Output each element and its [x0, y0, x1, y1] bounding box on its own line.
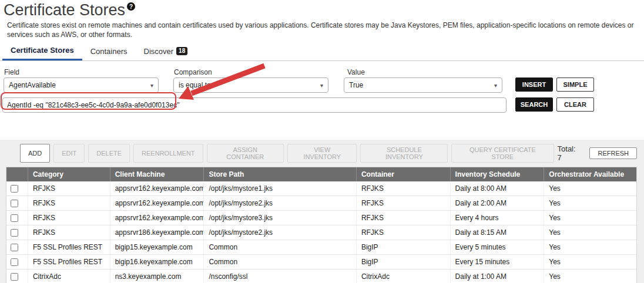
cell-category: RFJKS: [28, 181, 110, 196]
table-header-row: CategoryClient MachineStore PathContaine…: [6, 167, 636, 181]
cell-store-path: /opt/jks/mystore2.jks: [203, 225, 356, 240]
table-row[interactable]: F5 SSL Profiles RESTbigip15.keyexample.c…: [6, 240, 636, 255]
query-input[interactable]: [2, 97, 507, 113]
value-select[interactable]: True ▾: [344, 78, 502, 93]
row-checkbox[interactable]: [11, 258, 18, 266]
cell-client-machine: bigip15.keyexample.com: [110, 240, 204, 254]
tab-certificate-stores[interactable]: Certificate Stores: [2, 43, 82, 60]
toolbar-buttons: ADDEDITDELETEREENROLLMENTASSIGN CONTAINE…: [20, 144, 554, 163]
edit-button: EDIT: [53, 144, 85, 163]
column-header-container[interactable]: Container: [356, 167, 450, 181]
comparison-select[interactable]: is equal to ▾: [173, 78, 328, 93]
row-checkbox-cell: [6, 181, 28, 196]
row-checkbox-cell: [6, 225, 28, 240]
certificate-stores-table: CategoryClient MachineStore PathContaine…: [6, 167, 637, 283]
tab-label: Containers: [90, 47, 128, 56]
cell-store-path: Common: [203, 240, 356, 254]
table-body: RFJKSappsrvr162.keyexample.com/opt/jks/m…: [6, 181, 636, 283]
clear-button[interactable]: CLEAR: [556, 97, 594, 112]
total-count: Total: 7: [558, 144, 586, 162]
cell-orchestrator-available: Yes: [544, 269, 636, 283]
comparison-select-value: is equal to: [179, 81, 211, 89]
column-header-orchestrator-available[interactable]: Orchestrator Available: [544, 167, 636, 181]
cell-inventory-schedule: Daily at 8:15 AM: [450, 225, 544, 240]
cell-category: F5 SSL Profiles REST: [28, 255, 110, 269]
refresh-button[interactable]: REFRESH: [589, 147, 637, 159]
cell-orchestrator-available: Yes: [544, 211, 636, 225]
value-label: Value: [347, 68, 365, 76]
row-checkbox-cell: [6, 211, 28, 225]
row-checkbox[interactable]: [11, 185, 18, 193]
cell-inventory-schedule: Daily at 1:00 AM: [450, 269, 544, 283]
value-select-value: True: [349, 81, 363, 89]
add-button[interactable]: ADD: [20, 144, 50, 163]
cell-client-machine: appsrvr162.keyexample.com: [110, 211, 204, 225]
cell-client-machine: appsrvr186.keyexample.com: [110, 225, 204, 240]
cell-inventory-schedule: Every 4 hours: [450, 211, 544, 225]
row-checkbox-cell: [6, 240, 28, 254]
row-checkbox[interactable]: [11, 200, 18, 207]
cell-store-path: /opt/jks/mystore2.jks: [203, 196, 356, 210]
chevron-down-icon: ▾: [150, 82, 153, 89]
cell-container: BigIP: [356, 240, 450, 254]
delete-button: DELETE: [88, 144, 130, 163]
row-checkbox[interactable]: [11, 244, 18, 251]
tab-bar: Certificate StoresContainersDiscover18: [0, 43, 644, 61]
insert-button[interactable]: INSERT: [515, 78, 553, 92]
query-certificate-store-button: QUERY CERTIFICATE STORE: [451, 144, 554, 163]
reenrollment-button: REENROLLMENT: [133, 144, 203, 163]
page-description: Certificate stores exist on remote machi…: [7, 21, 637, 39]
column-header-inventory-schedule[interactable]: Inventory Schedule: [450, 167, 544, 181]
tab-label: Discover: [144, 47, 174, 56]
column-header-client-machine[interactable]: Client Machine: [110, 167, 204, 181]
grid-panel: ADDEDITDELETEREENROLLMENTASSIGN CONTAINE…: [0, 140, 644, 283]
filter-form: Field Comparison Value AgentAvailable ▾ …: [0, 61, 644, 127]
table-row[interactable]: RFJKSappsrvr162.keyexample.com/opt/jks/m…: [6, 181, 636, 196]
simple-button[interactable]: SIMPLE: [556, 78, 594, 92]
view-inventory-button: VIEW INVENTORY: [287, 144, 357, 163]
comparison-label: Comparison: [174, 68, 212, 76]
cell-category: CitrixAdc: [28, 269, 110, 283]
row-checkbox-cell: [6, 255, 28, 269]
cell-store-path: /opt/jks/mystore3.jks: [203, 211, 356, 225]
chevron-down-icon: ▾: [320, 82, 323, 89]
cell-client-machine: appsrvr162.keyexample.com: [110, 181, 204, 196]
cell-orchestrator-available: Yes: [544, 225, 636, 240]
search-button[interactable]: SEARCH: [515, 97, 553, 112]
cell-inventory-schedule: Daily at 8:00 AM: [450, 181, 544, 196]
cell-client-machine: ns3.keyexample.com: [110, 269, 204, 283]
cell-orchestrator-available: Yes: [544, 240, 636, 254]
row-checkbox[interactable]: [11, 273, 18, 281]
tab-discover[interactable]: Discover18: [136, 43, 196, 60]
cell-store-path: /nsconfig/ssl: [203, 269, 356, 283]
table-row[interactable]: F5 SSL Profiles RESTbigip16.keyexample.c…: [6, 255, 636, 269]
row-checkbox[interactable]: [11, 214, 18, 222]
cell-category: RFJKS: [28, 211, 110, 225]
table-row[interactable]: RFJKSappsrvr162.keyexample.com/opt/jks/m…: [6, 211, 636, 225]
help-icon[interactable]: ?: [127, 2, 135, 11]
column-header-category[interactable]: Category: [28, 167, 110, 181]
cell-container: RFJKS: [356, 196, 450, 210]
cell-orchestrator-available: Yes: [544, 181, 636, 196]
column-header-store-path[interactable]: Store Path: [203, 167, 356, 181]
page-title: Certificate Stores: [4, 1, 125, 19]
schedule-inventory-button: SCHEDULE INVENTORY: [360, 144, 448, 163]
row-checkbox[interactable]: [11, 229, 18, 237]
cell-category: F5 SSL Profiles REST: [28, 240, 110, 254]
cell-container: RFJKS: [356, 211, 450, 225]
cell-inventory-schedule: Daily at 2:00 AM: [450, 196, 544, 210]
cell-container: CitrixAdc: [356, 269, 450, 283]
assign-container-button: ASSIGN CONTAINER: [207, 144, 284, 163]
chevron-down-icon: ▾: [494, 82, 497, 89]
page-header: Certificate Stores ? Certificate stores …: [0, 0, 644, 39]
tab-label: Certificate Stores: [11, 46, 74, 55]
table-row[interactable]: RFJKSappsrvr162.keyexample.com/opt/jks/m…: [6, 196, 636, 211]
table-row[interactable]: CitrixAdcns3.keyexample.com/nsconfig/ssl…: [6, 269, 636, 283]
tab-containers[interactable]: Containers: [82, 43, 136, 60]
cell-orchestrator-available: Yes: [544, 255, 636, 269]
row-checkbox-cell: [6, 196, 28, 210]
table-row[interactable]: RFJKSappsrvr186.keyexample.com/opt/jks/m…: [6, 225, 636, 240]
row-checkbox-cell: [6, 269, 28, 283]
field-select[interactable]: AgentAvailable ▾: [4, 78, 159, 93]
field-select-value: AgentAvailable: [9, 81, 56, 89]
